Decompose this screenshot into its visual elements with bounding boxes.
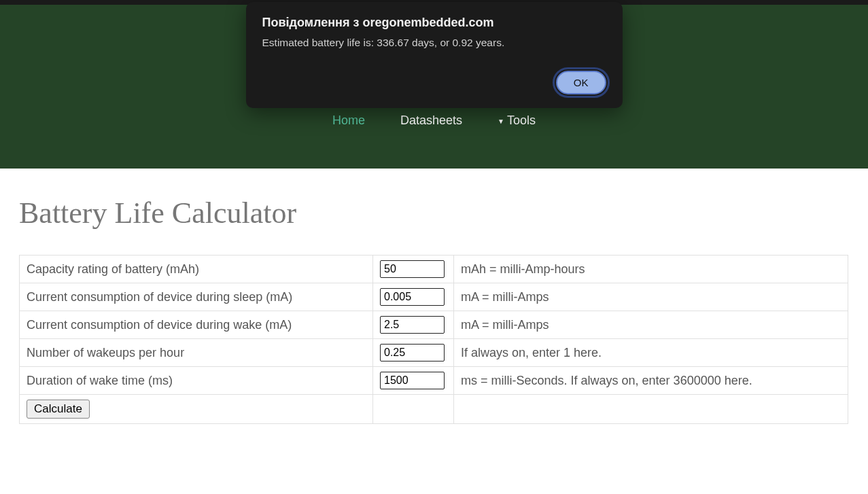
chevron-down-icon: ▼ <box>498 118 504 125</box>
nav-datasheets[interactable]: Datasheets <box>399 106 464 135</box>
main-nav: Home Datasheets ▼Tools <box>0 106 868 135</box>
table-row: Duration of wake time (ms) ms = milli-Se… <box>19 367 848 395</box>
input-hint: mAh = milli-Amp-hours <box>454 255 848 283</box>
input-hint: If always on, enter 1 here. <box>454 339 848 367</box>
page-title: Battery Life Calculator <box>19 196 849 230</box>
table-row: Number of wakeups per hour If always on,… <box>19 339 848 367</box>
alert-title: Повідомлення з oregonembedded.com <box>262 16 606 30</box>
table-row: Capacity rating of battery (mAh) mAh = m… <box>19 255 848 283</box>
alert-message: Estimated battery life is: 336.67 days, … <box>262 37 606 49</box>
sleep-current-input[interactable] <box>380 288 445 306</box>
calculate-button[interactable]: Calculate <box>27 400 90 419</box>
calculator-table: Capacity rating of battery (mAh) mAh = m… <box>19 255 848 424</box>
wake-duration-input[interactable] <box>380 372 445 389</box>
input-hint: mA = milli-Amps <box>454 311 848 339</box>
input-label: Duration of wake time (ms) <box>19 367 372 395</box>
table-row: Current consumption of device during sle… <box>19 283 848 311</box>
input-hint: ms = milli-Seconds. If always on, enter … <box>454 367 848 395</box>
table-row: Calculate <box>19 395 848 424</box>
capacity-input[interactable] <box>380 260 445 278</box>
input-label: Number of wakeups per hour <box>19 339 372 367</box>
wakeups-input[interactable] <box>380 344 445 361</box>
nav-home[interactable]: Home <box>331 106 366 135</box>
nav-tools[interactable]: ▼Tools <box>496 106 537 135</box>
alert-ok-button[interactable]: OK <box>556 71 606 94</box>
input-label: Current consumption of device during sle… <box>19 283 372 311</box>
table-row: Current consumption of device during wak… <box>19 311 848 339</box>
main-content: Battery Life Calculator Capacity rating … <box>0 169 868 451</box>
alert-dialog: Повідомлення з oregonembedded.com Estima… <box>246 2 623 108</box>
input-hint: mA = milli-Amps <box>454 283 848 311</box>
input-label: Capacity rating of battery (mAh) <box>19 255 372 283</box>
wake-current-input[interactable] <box>380 316 445 334</box>
input-label: Current consumption of device during wak… <box>19 311 372 339</box>
